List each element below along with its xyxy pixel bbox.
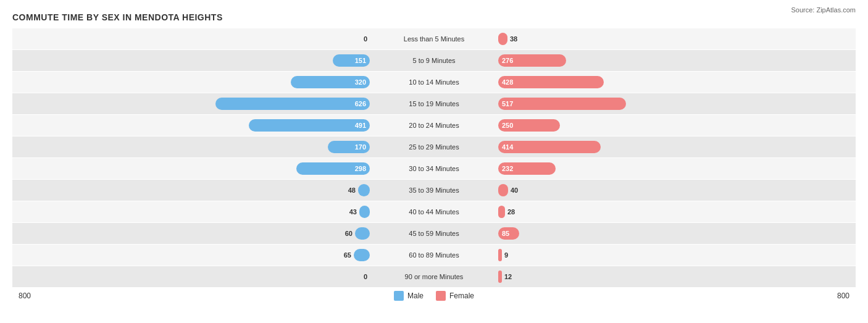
source-label: Source: ZipAtlas.com	[791, 6, 856, 14]
legend-female-label: Female	[449, 292, 474, 300]
bar-female: 85	[498, 227, 519, 240]
bar-male: 170	[328, 141, 370, 153]
bar-row-label: 20 to 24 Minutes	[372, 122, 496, 129]
bar-male: 43	[359, 206, 370, 218]
bar-female-value: 517	[502, 100, 513, 107]
bar-row-label: 35 to 39 Minutes	[372, 187, 496, 194]
bar-female: 40	[498, 184, 508, 196]
table-row: 62615 to 19 Minutes517	[12, 93, 856, 114]
bar-male: 151	[333, 54, 370, 67]
bar-row-label: 5 to 9 Minutes	[372, 57, 496, 64]
bar-female-value: 250	[502, 122, 513, 129]
bar-row-label: 30 to 34 Minutes	[372, 165, 496, 172]
table-row: 1515 to 9 Minutes276	[12, 50, 856, 71]
bar-female: 28	[498, 206, 505, 218]
bar-female: 517	[498, 98, 626, 110]
bar-male-value: 320	[355, 78, 366, 86]
bar-row-label: 60 to 89 Minutes	[372, 251, 496, 259]
bar-male-value: 43	[349, 208, 359, 216]
bar-male-value: 48	[348, 187, 358, 194]
legend-male: Male	[394, 291, 424, 301]
bar-male-value: 0	[364, 273, 367, 280]
bar-male-value: 626	[355, 100, 366, 107]
bar-female-value: 40	[508, 187, 518, 194]
bar-male: 298	[296, 162, 370, 175]
bar-male: 491	[249, 119, 370, 132]
bar-female-value: 428	[502, 78, 513, 86]
bar-row-label: 10 to 14 Minutes	[372, 78, 496, 86]
table-row: 0Less than 5 Minutes38	[12, 28, 856, 49]
bar-male-value: 65	[344, 251, 354, 259]
bar-male: 60	[355, 227, 370, 240]
bar-female: 250	[498, 119, 560, 132]
bar-female-value: 85	[502, 230, 509, 237]
bar-female-value: 232	[502, 165, 513, 172]
bar-male-value: 0	[364, 35, 367, 43]
legend-male-color	[394, 291, 404, 301]
bar-female-value: 9	[502, 251, 508, 259]
table-row: 090 or more Minutes12	[12, 266, 856, 287]
chart-footer: 800 Male Female 800	[12, 291, 856, 301]
bar-female: 9	[498, 249, 502, 261]
bar-male-value: 60	[345, 230, 355, 237]
bar-female-value: 12	[502, 273, 512, 280]
legend-female-color	[436, 291, 446, 301]
table-row: 4340 to 44 Minutes28	[12, 201, 856, 222]
chart-area: 0Less than 5 Minutes381515 to 9 Minutes2…	[12, 28, 856, 287]
bar-row-label: 90 or more Minutes	[372, 273, 496, 280]
bar-row-label: 15 to 19 Minutes	[372, 100, 496, 107]
bar-female: 428	[498, 76, 604, 88]
table-row: 29830 to 34 Minutes232	[12, 158, 856, 179]
bar-female: 414	[498, 141, 601, 153]
table-row: 17025 to 29 Minutes414	[12, 136, 856, 157]
table-row: 49120 to 24 Minutes250	[12, 115, 856, 136]
bar-male-value: 491	[355, 122, 366, 129]
legend: Male Female	[394, 291, 474, 301]
bar-female-value: 414	[502, 143, 513, 151]
bar-female: 232	[498, 162, 556, 175]
bar-female-value: 28	[505, 208, 515, 216]
bar-row-label: 40 to 44 Minutes	[372, 208, 496, 216]
bar-male: 48	[358, 184, 370, 196]
bar-row-label: 45 to 59 Minutes	[372, 230, 496, 237]
chart-title: COMMUTE TIME BY SEX IN MENDOTA HEIGHTS	[12, 12, 856, 22]
bar-female-value: 276	[502, 57, 513, 64]
legend-female: Female	[436, 291, 474, 301]
table-row: 6045 to 59 Minutes85	[12, 223, 856, 244]
table-row: 6560 to 89 Minutes9	[12, 245, 856, 266]
bar-male-value: 298	[355, 165, 366, 172]
bar-male: 626	[215, 98, 370, 110]
bar-male-value: 170	[355, 143, 366, 151]
bar-male: 65	[354, 249, 370, 261]
bar-female: 38	[498, 33, 507, 45]
axis-right-label: 800	[837, 292, 849, 300]
table-row: 4835 to 39 Minutes40	[12, 180, 856, 201]
legend-male-label: Male	[407, 292, 424, 300]
chart-container: COMMUTE TIME BY SEX IN MENDOTA HEIGHTS S…	[0, 0, 868, 323]
bar-female: 276	[498, 54, 566, 67]
bar-row-label: Less than 5 Minutes	[372, 35, 496, 43]
bar-male-value: 151	[355, 57, 366, 64]
table-row: 32010 to 14 Minutes428	[12, 72, 856, 93]
bar-female: 12	[498, 271, 502, 283]
bar-female-value: 38	[507, 35, 517, 43]
bar-male: 320	[291, 76, 370, 88]
bar-row-label: 25 to 29 Minutes	[372, 143, 496, 151]
axis-left-label: 800	[19, 292, 31, 300]
